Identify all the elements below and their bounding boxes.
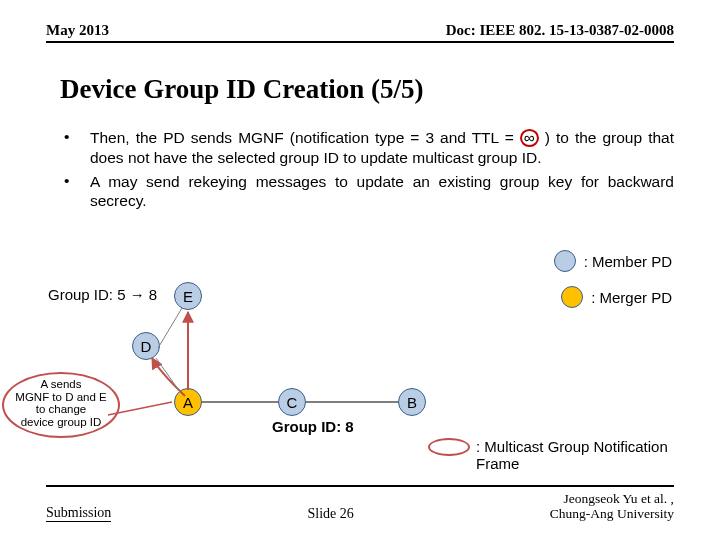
footer-right: Jeongseok Yu et al. , Chung-Ang Universi… [550, 491, 674, 522]
callout-l1: A sends [6, 378, 116, 391]
callout-l2: MGNF to D and E [6, 391, 116, 404]
frame-oval-icon [428, 438, 470, 456]
bullet-2-text: A may send rekeying messages to update a… [90, 172, 674, 212]
footer-left: Submission [46, 505, 111, 522]
infinity-icon: ∞ [520, 129, 539, 147]
group-id-right: Group ID: 8 [272, 418, 354, 435]
body-text: • Then, the PD sends MGNF (notification … [64, 128, 674, 215]
slide: May 2013 Doc: IEEE 802. 15-13-0387-02-00… [0, 0, 720, 540]
bullet-dot-icon: • [64, 172, 90, 212]
page-title: Device Group ID Creation (5/5) [60, 74, 423, 105]
footer: Submission Slide 26 Jeongseok Yu et al. … [46, 485, 674, 522]
header-doc: Doc: IEEE 802. 15-13-0387-02-0008 [446, 22, 674, 39]
bullet-dot-icon: • [64, 128, 90, 168]
callout-l3: to change [6, 403, 116, 416]
footer-right-1: Jeongseok Yu et al. , [564, 491, 674, 506]
legend-mgnf: : Multicast Group Notification Frame [476, 438, 672, 472]
bullet-1: • Then, the PD sends MGNF (notification … [64, 128, 674, 168]
header-date: May 2013 [46, 22, 109, 39]
footer-right-2: Chung-Ang University [550, 506, 674, 521]
edges [0, 240, 720, 470]
bullet-2: • A may send rekeying messages to update… [64, 172, 674, 212]
header: May 2013 Doc: IEEE 802. 15-13-0387-02-00… [46, 22, 674, 43]
callout-text: A sends MGNF to D and E to change device… [6, 378, 116, 429]
svg-line-0 [158, 308, 182, 348]
svg-line-1 [156, 358, 180, 392]
diagram: : Member PD : Merger PD Group ID: 5 → 8 … [0, 240, 720, 470]
bullet-1-pre: Then, the PD sends MGNF (notification ty… [90, 129, 514, 146]
footer-center: Slide 26 [307, 506, 353, 522]
callout-l4: device group ID [6, 416, 116, 429]
